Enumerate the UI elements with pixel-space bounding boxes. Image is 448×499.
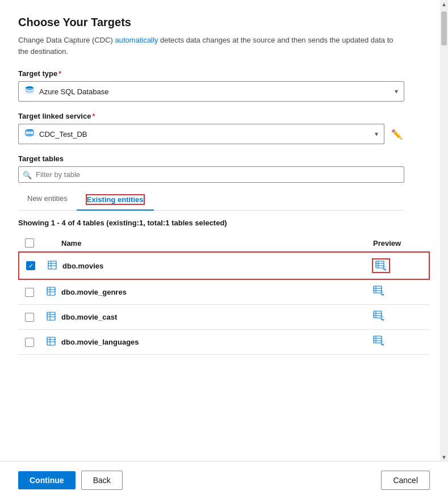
filter-input-wrapper: 🔍 bbox=[18, 166, 404, 183]
row-4-table-icon bbox=[47, 337, 56, 347]
svg-point-5 bbox=[26, 134, 34, 137]
linked-service-value: CDC_Test_DB bbox=[39, 130, 87, 139]
entity-tabs: New entities Existing entities bbox=[18, 190, 404, 211]
azure-sql-icon bbox=[24, 85, 35, 98]
row-1-name: dbo.movies bbox=[62, 262, 372, 270]
cancel-button[interactable]: Cancel bbox=[381, 471, 430, 490]
showing-text: Showing 1 - 4 of 4 tables (existing:1, t… bbox=[18, 219, 430, 227]
table-row: dbo.movie_genres bbox=[18, 280, 430, 305]
svg-rect-16 bbox=[47, 287, 55, 295]
linked-service-row: CDC_Test_DB ▾ ✏️ bbox=[18, 124, 430, 144]
row-2-table-icon bbox=[47, 287, 56, 297]
row-1-preview-button[interactable] bbox=[372, 258, 390, 273]
filter-search-icon: 🔍 bbox=[23, 170, 32, 179]
row-4-checkbox[interactable] bbox=[25, 338, 34, 347]
select-all-checkbox[interactable] bbox=[25, 238, 34, 248]
edit-linked-service-icon[interactable]: ✏️ bbox=[389, 127, 405, 142]
page-title: Choose Your Targets bbox=[18, 16, 430, 29]
scrollbar[interactable]: ▲ ▼ bbox=[440, 0, 448, 461]
target-tables-field: Target tables 🔍 New entities Existing en… bbox=[18, 154, 430, 355]
target-linked-service-field: Target linked service* CDC_Test_DB bbox=[18, 112, 430, 144]
row-1-checkbox[interactable] bbox=[26, 261, 35, 270]
svg-rect-36 bbox=[47, 337, 55, 345]
svg-rect-2 bbox=[26, 88, 34, 93]
linked-service-dropdown[interactable]: CDC_Test_DB ▾ bbox=[18, 124, 384, 144]
scroll-thumb[interactable] bbox=[441, 11, 447, 45]
row-2-preview-button[interactable] bbox=[373, 286, 384, 299]
page-description: Change Data Capture (CDC) automatically … bbox=[18, 35, 404, 57]
target-linked-service-label: Target linked service* bbox=[18, 112, 430, 120]
svg-rect-26 bbox=[47, 312, 55, 320]
scroll-up-arrow[interactable]: ▲ bbox=[440, 0, 448, 8]
svg-rect-6 bbox=[48, 261, 56, 269]
target-type-label: Target type* bbox=[18, 69, 430, 78]
row-2-name: dbo.movie_genres bbox=[61, 288, 373, 296]
target-type-value: Azure SQL Database bbox=[39, 87, 108, 96]
row-1-table-icon bbox=[48, 261, 57, 271]
tab-existing-entities[interactable]: Existing entities bbox=[77, 190, 154, 211]
row-2-checkbox[interactable] bbox=[25, 288, 34, 297]
target-type-dropdown[interactable]: Azure SQL Database ▾ bbox=[18, 81, 404, 102]
target-tables-label: Target tables bbox=[18, 154, 430, 163]
row-3-name: dbo.movie_cast bbox=[61, 313, 373, 321]
table-row: dbo.movies bbox=[18, 251, 430, 280]
row-3-checkbox[interactable] bbox=[25, 313, 34, 322]
linked-service-chevron-icon: ▾ bbox=[375, 130, 378, 138]
row-4-preview-button[interactable] bbox=[373, 336, 384, 349]
footer: Continue Back Cancel bbox=[0, 461, 448, 499]
column-header-name: Name bbox=[61, 239, 373, 248]
filter-input[interactable] bbox=[18, 166, 404, 183]
row-4-name: dbo.movie_languages bbox=[61, 338, 373, 346]
table-row: dbo.movie_languages bbox=[18, 330, 430, 355]
row-3-preview-button[interactable] bbox=[373, 311, 384, 324]
target-type-chevron-icon: ▾ bbox=[395, 87, 398, 95]
row-3-table-icon bbox=[47, 312, 56, 322]
table-header: Name Preview bbox=[18, 235, 430, 251]
column-header-preview: Preview bbox=[373, 239, 430, 248]
table-row: dbo.movie_cast bbox=[18, 305, 430, 330]
back-button[interactable]: Back bbox=[81, 471, 123, 490]
continue-button[interactable]: Continue bbox=[18, 471, 76, 489]
target-type-field: Target type* Azure SQL Database ▾ bbox=[18, 69, 430, 102]
scroll-down-arrow[interactable]: ▼ bbox=[440, 453, 448, 461]
linked-service-db-icon bbox=[24, 128, 35, 140]
tab-new-entities[interactable]: New entities bbox=[18, 190, 77, 211]
